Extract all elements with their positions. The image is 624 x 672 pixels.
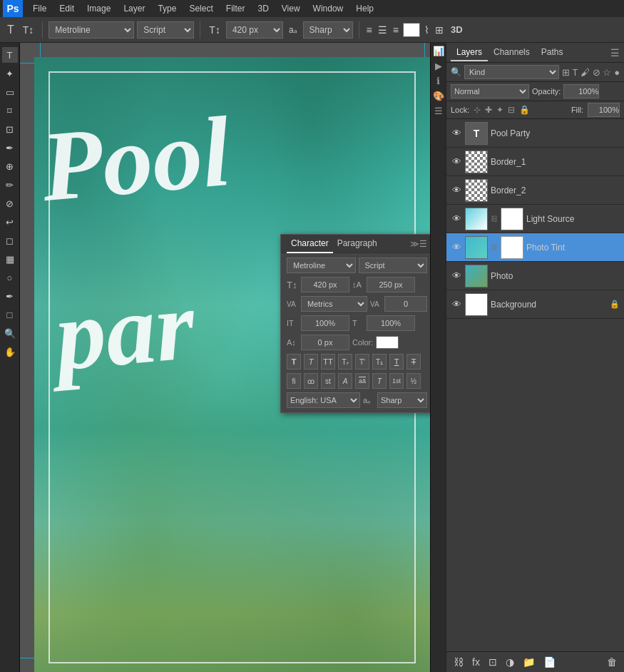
crop-tool[interactable]: ⊡ xyxy=(2,121,18,137)
blend-mode-select[interactable]: Normal xyxy=(451,84,529,98)
menu-layer[interactable]: Layer xyxy=(118,2,150,15)
layers-tab[interactable]: Layers xyxy=(451,44,488,61)
ligature-btn[interactable]: fi xyxy=(287,373,301,389)
char-color-swatch[interactable] xyxy=(376,336,399,349)
zoom-tool[interactable]: 🔍 xyxy=(2,325,18,341)
fill-input[interactable] xyxy=(588,103,620,117)
lasso-tool[interactable]: ⌑ xyxy=(2,103,18,118)
strikethrough-btn[interactable]: T xyxy=(406,354,421,370)
panel-menu-btn[interactable]: ☰ xyxy=(419,239,427,249)
font-size-input[interactable] xyxy=(301,277,349,292)
paragraph-tab[interactable]: Paragraph xyxy=(333,235,382,253)
lock-pixel-icon[interactable]: ✚ xyxy=(485,105,492,115)
info-btn[interactable]: ℹ xyxy=(436,76,440,86)
smallcaps-btn[interactable]: Tᵣ xyxy=(338,354,352,370)
pen-tool[interactable]: ✒ xyxy=(2,288,18,304)
titling-btn[interactable]: T xyxy=(372,373,387,389)
layer-item-border2[interactable]: 👁 Border_2 xyxy=(446,176,624,205)
text-tool-orient[interactable]: T↕ xyxy=(20,23,37,37)
layer-item-light-source[interactable]: 👁 ⛓ Light Source xyxy=(446,205,624,233)
color-btn[interactable]: 🎨 xyxy=(433,91,444,101)
visibility-eye-photo-tint[interactable]: 👁 xyxy=(451,242,462,253)
menu-image[interactable]: Image xyxy=(81,2,116,15)
layer-item-photo[interactable]: 👁 Photo xyxy=(446,262,624,290)
layer-item-background[interactable]: 👁 Background 🔒 xyxy=(446,290,624,319)
layer-filter-toggle[interactable]: ● xyxy=(614,67,620,78)
visibility-eye-background[interactable]: 👁 xyxy=(451,299,462,310)
lock-artboard-icon[interactable]: ⊟ xyxy=(508,105,515,115)
align-right-btn[interactable]: ≡ xyxy=(392,23,400,37)
options-btn[interactable]: ⊞ xyxy=(434,23,445,37)
delete-layer-btn[interactable]: 🗑 xyxy=(604,655,620,669)
menu-file[interactable]: File xyxy=(27,2,52,15)
new-layer-btn[interactable]: 📄 xyxy=(541,655,558,669)
dodge-tool[interactable]: ○ xyxy=(2,270,18,285)
align-left-btn[interactable]: ≡ xyxy=(365,23,374,37)
font-style-select[interactable]: Script xyxy=(137,21,194,39)
brush-tool[interactable]: ✏ xyxy=(2,177,18,193)
menu-help[interactable]: Help xyxy=(350,2,379,15)
menu-edit[interactable]: Edit xyxy=(53,2,80,15)
eyedropper-tool[interactable]: ✒ xyxy=(2,140,18,156)
visibility-eye-photo[interactable]: 👁 xyxy=(451,270,462,281)
char-font-style[interactable]: Script xyxy=(359,258,428,273)
menu-view[interactable]: View xyxy=(276,2,306,15)
baseline-input[interactable] xyxy=(301,335,349,350)
text-color-swatch[interactable] xyxy=(403,23,420,37)
lock-all-icon[interactable]: 🔒 xyxy=(519,105,530,115)
gradient-tool[interactable]: ▦ xyxy=(2,251,18,267)
move-tool[interactable]: ✦ xyxy=(2,66,18,81)
v-scale-input[interactable] xyxy=(367,315,415,331)
adjust-btn[interactable]: ☰ xyxy=(434,106,443,116)
leading-input[interactable] xyxy=(367,277,415,292)
opacity-input[interactable] xyxy=(563,84,599,98)
hand-tool[interactable]: ✋ xyxy=(2,344,18,360)
menu-type[interactable]: Type xyxy=(152,2,182,15)
clone-tool[interactable]: ⊘ xyxy=(2,195,18,211)
type-tool[interactable]: T xyxy=(2,47,18,63)
visibility-eye-pool-party[interactable]: 👁 xyxy=(451,128,462,138)
history-tool[interactable]: ↩ xyxy=(2,214,18,230)
layer-kind-select[interactable]: Kind xyxy=(464,65,559,79)
character-tab[interactable]: Character xyxy=(287,235,333,253)
panel-expand-btn[interactable]: ≫ xyxy=(410,239,419,249)
kerning-select[interactable]: Metrics xyxy=(301,296,367,312)
add-style-btn[interactable]: fx xyxy=(469,655,483,669)
new-group-btn[interactable]: 📁 xyxy=(520,655,538,669)
menu-3d[interactable]: 3D xyxy=(252,2,274,15)
superscript-btn[interactable]: T' xyxy=(355,354,369,370)
warp-btn[interactable]: ⌇ xyxy=(423,23,431,37)
lock-move-icon[interactable]: ✦ xyxy=(496,105,503,115)
language-select[interactable]: English: USA xyxy=(287,392,360,408)
visibility-eye-border2[interactable]: 👁 xyxy=(451,185,462,195)
font-family-select[interactable]: Metroline xyxy=(48,21,134,39)
visibility-eye-border1[interactable]: 👁 xyxy=(451,156,462,167)
play-btn[interactable]: ▶ xyxy=(435,61,442,71)
visibility-eye-light-source[interactable]: 👁 xyxy=(451,213,462,224)
histogram-btn[interactable]: 📊 xyxy=(433,46,444,56)
underline-btn[interactable]: T xyxy=(389,354,404,370)
oldstyle-btn[interactable]: ꝏ xyxy=(304,373,318,389)
heal-tool[interactable]: ⊕ xyxy=(2,158,18,174)
char-font-family[interactable]: Metroline xyxy=(287,258,356,273)
layer-item-photo-tint[interactable]: 👁 ⛓ Photo Tint xyxy=(446,233,624,262)
italic-btn[interactable]: T xyxy=(304,354,318,370)
link-layers-btn[interactable]: ⛓ xyxy=(451,655,466,669)
shape-tool[interactable]: □ xyxy=(2,307,18,322)
allcaps-btn[interactable]: TT xyxy=(321,354,335,370)
menu-select[interactable]: Select xyxy=(183,2,218,15)
eraser-tool[interactable]: ◻ xyxy=(2,233,18,248)
swash-btn[interactable]: A xyxy=(338,373,352,389)
paths-tab[interactable]: Paths xyxy=(536,44,569,61)
layer-item-border1[interactable]: 👁 Border_1 xyxy=(446,148,624,176)
menu-window[interactable]: Window xyxy=(307,2,349,15)
subscript-btn[interactable]: T₁ xyxy=(372,354,387,370)
ordinal-btn[interactable]: 1st xyxy=(389,373,404,389)
lock-position-icon[interactable]: ⊹ xyxy=(474,105,481,115)
char-antialiasing-select[interactable]: Sharp xyxy=(377,392,427,408)
add-mask-btn[interactable]: ⊡ xyxy=(486,655,500,669)
3d-toggle[interactable]: 3D xyxy=(448,23,466,36)
layer-item-pool-party[interactable]: 👁 T Pool Party xyxy=(446,119,624,148)
bold-btn[interactable]: T xyxy=(287,354,301,370)
antialiasing-select[interactable]: Sharp xyxy=(303,21,353,39)
